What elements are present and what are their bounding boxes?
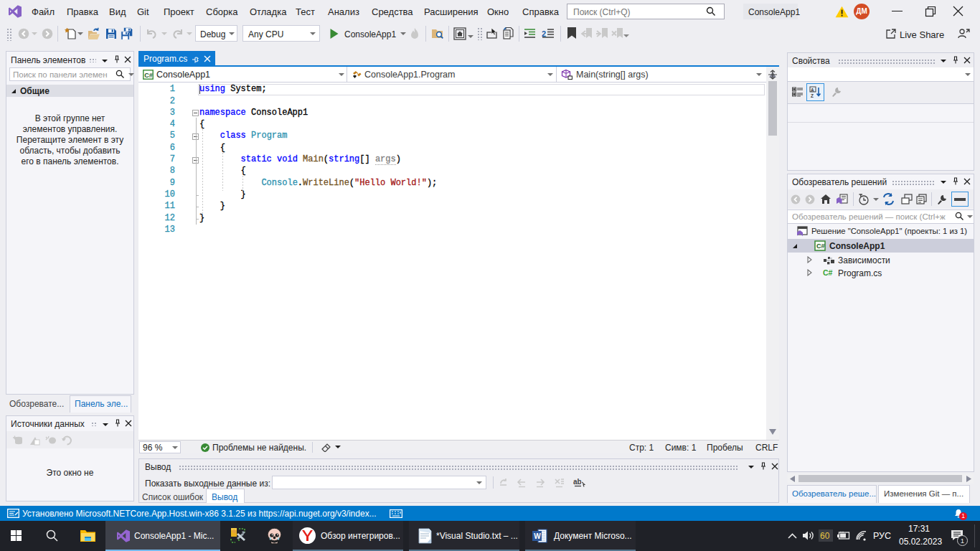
svg-text:C#: C# [816,242,825,250]
svg-text:A: A [811,88,814,93]
svg-text:Z: Z [811,93,814,98]
svg-text:W: W [534,532,541,540]
svg-text:C#: C# [823,268,833,277]
svg-text:C#: C# [144,72,153,79]
svg-text:ab: ab [573,478,582,486]
svg-text:2: 2 [542,29,546,38]
